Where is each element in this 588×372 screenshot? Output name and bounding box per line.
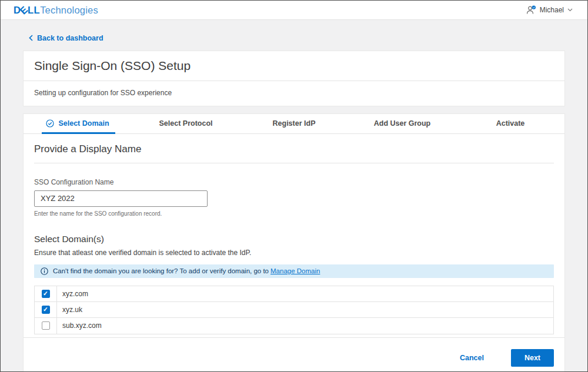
checkbox-cell [35,286,57,301]
domain-name: xyz.com [57,286,88,301]
checkbox-cell [35,318,57,334]
domains-title: Select Domain(s) [34,234,554,244]
domain-table: xyz.com xyz.uk sub.xyz.com [34,286,554,334]
tab-register-idp[interactable]: Register IdP [240,114,348,133]
cancel-button[interactable]: Cancel [460,354,484,362]
app-window: DELLTechnologies Michael Back to dashb [0,0,588,372]
wizard-body: Provide a Display Name SSO Configuration… [24,134,564,372]
tab-select-protocol[interactable]: Select Protocol [132,114,240,133]
user-menu[interactable]: Michael [526,5,573,15]
config-name-helper: Enter the name for the SSO configuration… [34,210,554,217]
domain-row: xyz.uk [35,302,553,318]
domain-row: sub.xyz.com [35,318,553,334]
top-bar: DELLTechnologies Michael [1,1,587,20]
page-content: Back to dashboard Single Sign-On (SSO) S… [1,20,587,371]
info-banner: Can't find the domain you are looking fo… [34,264,554,278]
domain-name: sub.xyz.com [57,318,102,334]
config-name-group: SSO Configuration Name Enter the name fo… [34,178,554,217]
config-name-input[interactable] [34,190,208,207]
config-name-label: SSO Configuration Name [34,178,554,186]
user-name: Michael [540,6,564,14]
tab-label: Activate [496,119,525,128]
domain-row: xyz.com [35,286,553,302]
manage-domain-link[interactable]: Manage Domain [270,267,320,274]
dell-logo[interactable]: DELLTechnologies [14,5,98,16]
page-header-card: Single Sign-On (SSO) Setup Setting up co… [23,51,565,106]
domain-checkbox[interactable] [42,290,50,298]
info-icon [41,267,48,275]
domain-name: xyz.uk [57,302,82,317]
check-circle-icon [46,119,54,128]
info-banner-text: Can't find the domain you are looking fo… [53,267,320,274]
tab-activate[interactable]: Activate [456,114,564,133]
page-subtitle: Setting up configuration for SSO experie… [24,81,564,106]
page-title: Single Sign-On (SSO) Setup [24,51,564,81]
select-domains-section: Select Domain(s) Ensure that atleast one… [34,234,554,334]
dell-technologies-text: Technologies [40,5,98,16]
chevron-left-icon [29,35,33,41]
domain-checkbox[interactable] [42,321,50,330]
display-name-section-title: Provide a Display Name [34,134,554,163]
wizard-footer: Cancel Next [24,337,564,372]
domain-checkbox[interactable] [42,306,50,314]
back-link-label: Back to dashboard [37,34,103,42]
wizard-steps: Select Domain Select Protocol Register I… [24,114,564,134]
tab-select-domain[interactable]: Select Domain [24,114,132,133]
tab-label: Select Domain [58,119,109,128]
back-to-dashboard-link[interactable]: Back to dashboard [29,34,103,42]
checkbox-cell [35,302,57,317]
domains-subtitle: Ensure that atleast one verified domain … [34,249,554,257]
dell-wordmark: DELL [14,5,40,16]
tab-label: Register IdP [273,119,316,128]
wizard-card: Select Domain Select Protocol Register I… [23,113,565,372]
user-avatar-icon [526,5,536,15]
tab-label: Add User Group [374,119,431,128]
next-button[interactable]: Next [511,349,554,367]
chevron-down-icon [567,8,573,12]
tab-add-user-group[interactable]: Add User Group [348,114,456,133]
tab-label: Select Protocol [159,119,213,128]
